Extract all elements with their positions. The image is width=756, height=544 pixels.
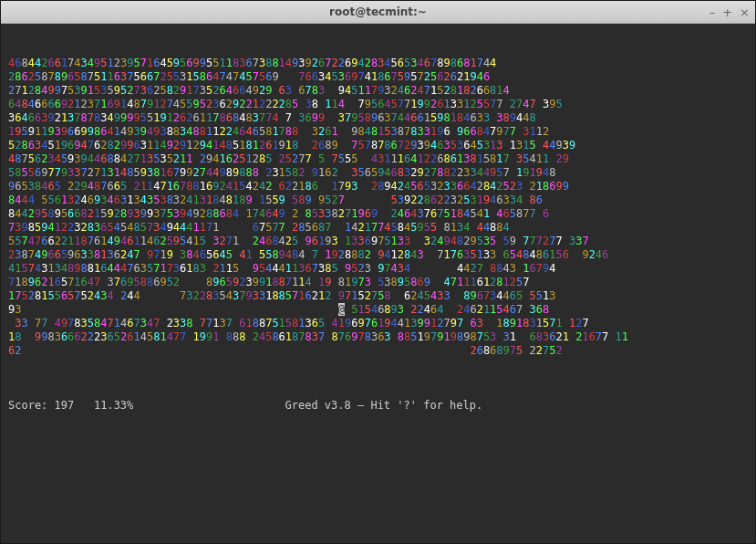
grid-row: 73985941223283654548573494441171 67577 2… [8, 221, 748, 235]
grid-row: 23874966596338136247 9719 38465645 41 55… [8, 248, 748, 262]
grid-row: 3646639213787834999955191262611786848377… [8, 111, 748, 125]
grid-row: 2712849975391535952736258291735264664929… [8, 84, 748, 98]
greed-grid: 4684426617434951239571645956995511836738… [8, 57, 748, 358]
titlebar: root@tecmint:~ – + × [1, 1, 755, 24]
grid-row: 1752815565752434 244 7322835437933188571… [8, 289, 748, 303]
window-title: root@tecmint:~ [329, 5, 427, 18]
grid-row: 4684426617434951239571645956995511836738… [8, 57, 748, 70]
window-controls: – + × [709, 1, 750, 23]
grid-row: 5286345196947628299631149291294148518126… [8, 139, 748, 152]
close-button[interactable]: × [740, 5, 750, 19]
grid-row: 6484666692123716914879127455952362922122… [8, 98, 748, 111]
grid-row: 71896216571647 37695886952 8965923991887… [8, 276, 748, 289]
grid-row: 2862587896587511637566725531586474745756… [8, 70, 748, 84]
grid-row: 93 @ 51546893 22464 2462115467 368 [8, 303, 748, 317]
grid-row: 415743134898816444763571736183 2115 9544… [8, 262, 748, 276]
grid-row: 1959119396699864149394938834881122464658… [8, 125, 748, 139]
status-line: Score: 197 11.33% Greed v3.8 – Hit '?' f… [8, 399, 748, 413]
score-label: Score: [8, 399, 47, 412]
app-help-label: Greed v3.8 – Hit '?' for help. [285, 399, 483, 412]
minimize-button[interactable]: – [709, 5, 716, 19]
terminal-body[interactable]: 4684426617434951239571645956995511836738… [1, 24, 755, 543]
score-percent: 11.33% [94, 399, 133, 412]
grid-row: 18 99836662223652614581477 1991 888 2458… [8, 330, 748, 344]
grid-row: 84429589566821592893993753949288684 1746… [8, 207, 748, 221]
grid-row: 33 77 4978358471467347 2338 77137 618875… [8, 317, 748, 330]
player-cursor: @ [338, 303, 345, 316]
score-value: 197 [55, 399, 75, 412]
grid-row: 8444 55613246934631343538324131848189 15… [8, 194, 748, 207]
grid-row: 62 26868975 22752 [8, 344, 748, 358]
grid-row: 58556977933727131485938167992744989888 2… [8, 166, 748, 180]
score-block: Score: 197 11.33% [8, 399, 133, 412]
grid-row: 4875623459394468842713535211 29416251285… [8, 152, 748, 166]
grid-row: 96538465 229487665 211471678816924154242… [8, 180, 748, 194]
grid-row: 557476622118761494611462595415 3271 2468… [8, 235, 748, 248]
maximize-button[interactable]: + [722, 5, 732, 19]
terminal-window: root@tecmint:~ – + × 4684426617434951239… [0, 0, 756, 544]
